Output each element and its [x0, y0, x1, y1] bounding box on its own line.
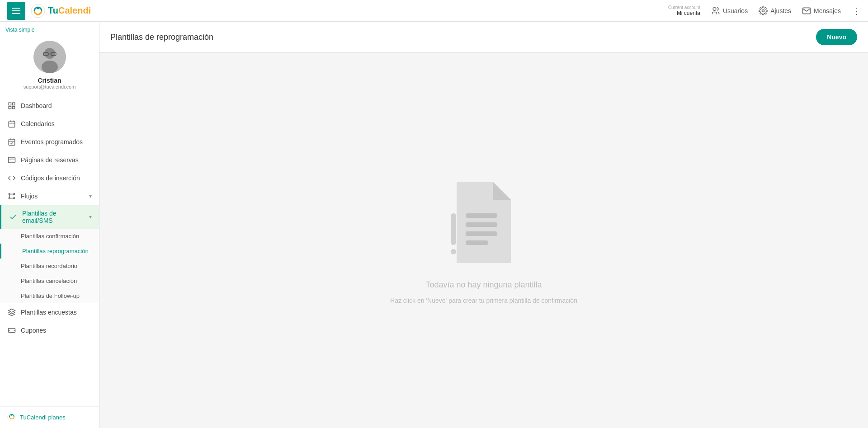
sidebar-item-dashboard[interactable]: Dashboard — [0, 97, 99, 115]
hamburger-icon — [12, 8, 20, 14]
empty-state-icon — [443, 177, 524, 269]
event-icon — [7, 137, 16, 146]
grid-icon — [7, 101, 16, 110]
user-name: Cristian — [38, 77, 61, 84]
sidebar-item-eventos[interactable]: Eventos programados — [0, 133, 99, 151]
svg-rect-40 — [466, 240, 488, 245]
svg-point-35 — [8, 413, 16, 421]
mensajes-icon — [802, 6, 811, 15]
nuevo-button[interactable]: Nuevo — [816, 29, 857, 45]
svg-rect-38 — [466, 222, 497, 227]
plantillas-submenu: Plantillas confirmación Plantillas repro… — [0, 229, 99, 303]
usuarios-nav[interactable]: Usuarios — [711, 6, 748, 15]
dashboard-label: Dashboard — [21, 102, 52, 109]
sidebar-nav: Dashboard Calendarios — [0, 97, 99, 406]
codigos-label: Códigos de inserción — [21, 174, 80, 182]
check-icon — [9, 212, 18, 221]
svg-point-24 — [9, 193, 10, 195]
code-icon — [7, 174, 16, 183]
vista-simple-link[interactable]: Vista simple — [5, 27, 34, 33]
coupon-icon — [7, 326, 16, 335]
tucalendi-planes-link[interactable]: TuCalendi planes — [7, 412, 92, 423]
svg-rect-10 — [9, 103, 11, 105]
svg-point-42 — [451, 249, 456, 254]
usuarios-label: Usuarios — [723, 7, 748, 14]
logo: TuCalendi — [31, 4, 91, 18]
sidebar-item-cupones[interactable]: Cupones — [0, 321, 99, 339]
submenu-cancelacion[interactable]: Plantillas cancelación — [0, 273, 99, 288]
more-button[interactable]: ⋮ — [852, 5, 861, 16]
svg-rect-14 — [9, 121, 15, 127]
svg-rect-41 — [451, 213, 456, 245]
menu-button[interactable] — [7, 2, 25, 20]
topbar: TuCalendi Current account Mi cuenta Usua… — [0, 0, 868, 22]
cupones-label: Cupones — [21, 327, 46, 334]
svg-point-1 — [37, 7, 39, 9]
paginas-label: Páginas de reservas — [21, 156, 79, 164]
submenu-recordatorio[interactable]: Plantillas recordatorio — [0, 259, 99, 273]
submenu-reprogramacion[interactable]: Plantillas reprogramación — [0, 244, 99, 259]
sidebar-top: Vista simple — [0, 22, 99, 35]
planes-label: TuCalendi planes — [20, 414, 66, 421]
usuarios-icon — [711, 6, 720, 15]
svg-marker-31 — [9, 309, 15, 313]
sidebar-item-plantillas-email[interactable]: Plantillas de email/SMS ▾ — [0, 205, 99, 229]
svg-rect-37 — [466, 213, 497, 218]
logo-text: TuCalendi — [48, 5, 91, 16]
calendarios-label: Calendarios — [21, 120, 55, 127]
main-layout: Vista simple Cristian support@tucalendi.… — [0, 22, 868, 428]
browser-icon — [7, 155, 16, 165]
mensajes-nav[interactable]: Mensajes — [802, 6, 841, 15]
flujos-chevron: ▾ — [89, 193, 92, 199]
svg-rect-12 — [9, 107, 11, 109]
ajustes-icon — [759, 6, 768, 15]
ajustes-label: Ajustes — [770, 7, 791, 14]
content-header: Plantillas de reprogramación Nuevo — [99, 22, 868, 53]
svg-point-26 — [9, 198, 10, 199]
eventos-label: Eventos programados — [21, 138, 83, 146]
svg-point-36 — [11, 414, 12, 416]
svg-point-6 — [42, 61, 58, 73]
plantillas-email-label: Plantillas de email/SMS — [22, 210, 85, 224]
user-email: support@tucalendi.com — [24, 84, 76, 89]
logo-icon — [31, 4, 45, 18]
svg-rect-39 — [466, 231, 497, 236]
flujos-label: Flujos — [21, 193, 38, 200]
sidebar: Vista simple Cristian support@tucalendi.… — [0, 22, 99, 428]
calendar-icon — [7, 119, 16, 128]
empty-state-title: Todavía no hay ninguna plantilla — [425, 280, 542, 290]
submenu-confirmacion[interactable]: Plantillas confirmación — [0, 229, 99, 244]
topbar-right: Current account Mi cuenta Usuarios Ajust… — [668, 5, 861, 16]
content-body: Todavía no hay ninguna plantilla Haz cli… — [99, 53, 868, 428]
page-title: Plantillas de reprogramación — [110, 33, 213, 42]
empty-state-subtitle: Haz click en 'Nuevo' para crear tu prime… — [390, 297, 577, 304]
sidebar-item-calendarios[interactable]: Calendarios — [0, 115, 99, 133]
sidebar-footer: TuCalendi planes — [0, 406, 99, 428]
account-info: Current account Mi cuenta — [668, 5, 700, 16]
topbar-left: TuCalendi — [7, 2, 91, 20]
svg-point-27 — [14, 198, 15, 199]
svg-rect-13 — [13, 107, 15, 109]
ajustes-nav[interactable]: Ajustes — [759, 6, 791, 15]
main-content: Plantillas de reprogramación Nuevo — [99, 22, 868, 428]
svg-point-2 — [713, 7, 716, 10]
avatar — [33, 41, 66, 73]
svg-point-0 — [31, 4, 45, 18]
svg-rect-11 — [13, 103, 15, 105]
sidebar-item-flujos[interactable]: Flujos ▾ — [0, 187, 99, 205]
sidebar-item-codigos[interactable]: Códigos de inserción — [0, 169, 99, 187]
plantillas-email-chevron: ▾ — [89, 214, 92, 220]
svg-point-3 — [762, 9, 764, 12]
encuestas-label: Plantillas encuestas — [21, 309, 77, 316]
svg-point-25 — [14, 193, 15, 195]
svg-rect-22 — [9, 157, 15, 163]
svg-point-5 — [44, 48, 55, 59]
user-profile: Cristian support@tucalendi.com — [0, 35, 99, 97]
submenu-followup[interactable]: Plantillas de Follow-up — [0, 288, 99, 303]
mensajes-label: Mensajes — [814, 7, 841, 14]
sidebar-item-paginas[interactable]: Páginas de reservas — [0, 151, 99, 169]
planes-icon — [7, 412, 16, 423]
flujos-icon — [7, 192, 16, 201]
sidebar-item-encuestas[interactable]: Plantillas encuestas — [0, 303, 99, 321]
svg-rect-18 — [9, 139, 15, 146]
